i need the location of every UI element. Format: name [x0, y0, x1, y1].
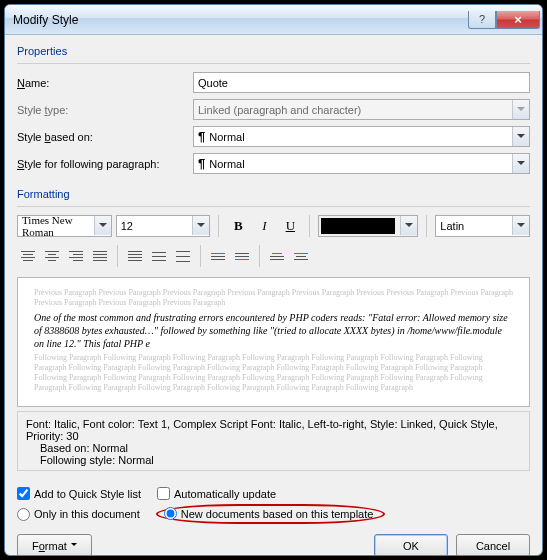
font-name-combo[interactable]: Times New Roman — [17, 215, 112, 237]
formatting-group: Formatting Times New Roman 12 B I U — [17, 188, 530, 479]
ok-button[interactable]: OK — [374, 534, 448, 556]
chevron-down-icon[interactable] — [512, 127, 529, 146]
indent-decrease-button[interactable] — [266, 245, 288, 267]
indent-increase-button[interactable] — [290, 245, 312, 267]
only-this-doc-radio[interactable]: Only in this document — [17, 508, 140, 521]
help-button[interactable]: ? — [468, 11, 496, 29]
style-type-combo: Linked (paragraph and character) — [193, 99, 530, 120]
preview-ghost-prev: Previous Paragraph Previous Paragraph Pr… — [34, 288, 513, 308]
window-title: Modify Style — [13, 13, 468, 27]
name-label: Name: — [17, 77, 187, 89]
preview-pane: Previous Paragraph Previous Paragraph Pr… — [17, 277, 530, 407]
chevron-down-icon[interactable] — [94, 216, 111, 235]
underline-button[interactable]: U — [279, 215, 301, 237]
space-before-inc-button[interactable] — [207, 245, 229, 267]
align-center-button[interactable] — [41, 245, 63, 267]
align-justify-button[interactable] — [89, 245, 111, 267]
line-spacing-2-button[interactable] — [172, 245, 194, 267]
based-on-label: Style based on: — [17, 131, 187, 143]
formatting-label: Formatting — [17, 188, 530, 200]
add-quick-style-checkbox[interactable]: Add to Quick Style list — [17, 487, 141, 500]
chevron-down-icon[interactable] — [192, 216, 209, 235]
format-button[interactable]: Format — [17, 534, 92, 556]
space-before-dec-button[interactable] — [231, 245, 253, 267]
align-left-button[interactable] — [17, 245, 39, 267]
chevron-down-icon[interactable] — [512, 216, 529, 235]
style-type-label: Style type: — [17, 104, 187, 116]
font-color-combo[interactable] — [318, 215, 418, 237]
line-spacing-1-button[interactable] — [124, 245, 146, 267]
titlebar: Modify Style ? × — [5, 5, 542, 35]
following-para-label: Style for following paragraph: — [17, 158, 187, 170]
line-spacing-15-button[interactable] — [148, 245, 170, 267]
script-combo[interactable]: Latin — [435, 215, 530, 237]
align-right-button[interactable] — [65, 245, 87, 267]
style-description: Font: Italic, Font color: Text 1, Comple… — [17, 411, 530, 471]
new-docs-template-radio[interactable]: New documents based on this template — [164, 507, 374, 520]
chevron-down-icon[interactable] — [512, 154, 529, 173]
highlight-annotation: New documents based on this template — [156, 504, 386, 524]
close-button[interactable]: × — [496, 11, 540, 29]
based-on-combo[interactable]: ¶ Normal — [193, 126, 530, 147]
pilcrow-icon: ¶ — [198, 156, 205, 171]
following-para-combo[interactable]: ¶ Normal — [193, 153, 530, 174]
pilcrow-icon: ¶ — [198, 129, 205, 144]
color-swatch — [321, 218, 395, 234]
chevron-down-icon[interactable] — [400, 216, 417, 235]
modify-style-dialog: Modify Style ? × Properties Name: Style … — [4, 4, 543, 556]
chevron-down-icon — [512, 100, 529, 119]
properties-label: Properties — [17, 45, 530, 57]
preview-ghost-follow: Following Paragraph Following Paragraph … — [34, 353, 513, 393]
preview-sample-text: One of the most common and frustrating e… — [34, 311, 513, 350]
cancel-button[interactable]: Cancel — [456, 534, 530, 556]
properties-group: Properties Name: Style type: Linked (par… — [17, 45, 530, 180]
italic-button[interactable]: I — [253, 215, 275, 237]
font-size-combo[interactable]: 12 — [116, 215, 211, 237]
bold-button[interactable]: B — [227, 215, 249, 237]
name-input[interactable] — [193, 72, 530, 93]
auto-update-checkbox[interactable]: Automatically update — [157, 487, 276, 500]
